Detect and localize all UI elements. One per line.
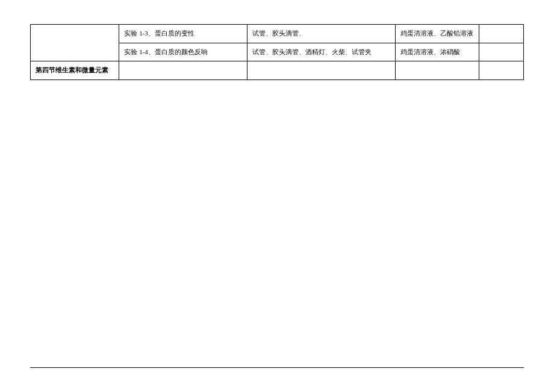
cell-reagent: 鸡蛋清溶液、乙酸铅溶液: [396, 25, 479, 43]
cell-experiment: 实验 1-4、蛋白质的颜色反响: [119, 43, 247, 61]
cell-equipment: 试管、胶头滴管、酒精灯、火柴、试管夹: [247, 43, 396, 61]
cell-note: [479, 61, 524, 80]
cell-note: [479, 25, 524, 43]
cell-reagent: 鸡蛋清溶液、浓硝酸: [396, 43, 479, 61]
experiment-table: 实验 1-3、蛋白质的变性 试管、胶头滴管、 鸡蛋清溶液、乙酸铅溶液 实验 1-…: [30, 24, 524, 80]
cell-equipment: 试管、胶头滴管、: [247, 25, 396, 43]
cell-experiment: 实验 1-3、蛋白质的变性: [119, 25, 247, 43]
cell-reagent: [396, 61, 479, 80]
cell-section-title: 第四节维生素和微量元素: [31, 61, 119, 80]
cell-experiment: [119, 61, 247, 80]
table-row: 第四节维生素和微量元素: [31, 61, 524, 80]
cell-note: [479, 43, 524, 61]
cell-section: [31, 25, 119, 61]
cell-equipment: [247, 61, 396, 80]
page-bottom-line: [30, 367, 524, 368]
table-row: 实验 1-3、蛋白质的变性 试管、胶头滴管、 鸡蛋清溶液、乙酸铅溶液: [31, 25, 524, 43]
